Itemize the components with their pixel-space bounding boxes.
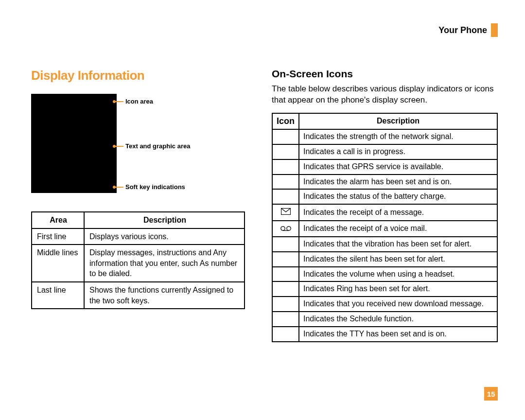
cell-icon bbox=[272, 327, 299, 342]
table-row: Indicates the alarm has been set and is … bbox=[272, 175, 497, 190]
cell-icon bbox=[272, 175, 299, 190]
cell-desc: Indicates the volume when using a headse… bbox=[299, 267, 497, 282]
display-diagram: Icon area Text and graphic area Soft key… bbox=[31, 94, 245, 193]
cell-icon bbox=[272, 237, 299, 252]
table-row: First line Displays various icons. bbox=[32, 228, 245, 245]
cell-icon bbox=[272, 312, 299, 327]
table-row: Indicates the silent has been set for al… bbox=[272, 252, 497, 267]
col-header-desc: Description bbox=[84, 212, 245, 228]
cell-icon bbox=[272, 297, 299, 312]
cell-icon bbox=[272, 189, 299, 204]
cell-icon bbox=[272, 129, 299, 144]
table-row: Indicates that you received new download… bbox=[272, 297, 497, 312]
cell-icon bbox=[272, 159, 299, 175]
cell-desc: Indicates the receipt of a voice mail. bbox=[299, 221, 497, 237]
table-row: Indicates that GPRS service is available… bbox=[272, 159, 497, 175]
cell-desc: Indicates that the vibration has been se… bbox=[299, 237, 497, 252]
col-header-desc: Description bbox=[299, 113, 497, 129]
cell-desc: Indicates the alarm has been set and is … bbox=[299, 175, 497, 190]
cell-desc: Display messages, instructions and Any i… bbox=[84, 245, 245, 282]
onscreen-icons-heading: On-Screen Icons bbox=[272, 68, 498, 80]
diagram-callouts: Icon area Text and graphic area Soft key… bbox=[125, 94, 245, 193]
table-header-row: Area Description bbox=[32, 212, 245, 228]
onscreen-icons-intro: The table below describes various displa… bbox=[272, 84, 498, 106]
display-info-heading: Display Information bbox=[31, 68, 245, 83]
cell-area: Last line bbox=[32, 282, 84, 309]
cell-desc: Indicates the strength of the network si… bbox=[299, 129, 497, 144]
col-header-area: Area bbox=[32, 212, 84, 228]
table-row: Last line Shows the functions currently … bbox=[32, 282, 245, 309]
header-accent-block bbox=[491, 23, 498, 37]
table-row: Indicates the Schedule function. bbox=[272, 312, 497, 327]
area-description-table: Area Description First line Displays var… bbox=[31, 211, 245, 309]
phone-screen-illustration bbox=[31, 94, 117, 193]
cell-desc: Indicates a call is in progress. bbox=[299, 144, 497, 159]
cell-desc: Indicates that GPRS service is available… bbox=[299, 159, 497, 175]
cell-icon bbox=[272, 144, 299, 159]
table-row: Middle lines Display messages, instructi… bbox=[32, 245, 245, 282]
cell-desc: Indicates the Schedule function. bbox=[299, 312, 497, 327]
chapter-header: Your Phone bbox=[438, 23, 498, 37]
callout-text-area: Text and graphic area bbox=[125, 142, 190, 150]
table-row: Indicates the status of the battery char… bbox=[272, 189, 497, 204]
cell-icon bbox=[272, 281, 299, 297]
callout-softkey: Soft key indications bbox=[125, 183, 185, 191]
cell-icon bbox=[272, 267, 299, 282]
table-row: Indicates the volume when using a headse… bbox=[272, 267, 497, 282]
cell-desc: Indicates Ring has been set for alert. bbox=[299, 281, 497, 297]
page-number: 15 bbox=[487, 390, 495, 398]
cell-desc: Shows the functions currently Assigned t… bbox=[84, 282, 245, 309]
table-row: Indicates the TTY has been set and is on… bbox=[272, 327, 497, 342]
table-row: Indicates the strength of the network si… bbox=[272, 129, 497, 144]
table-row: Indicates Ring has been set for alert. bbox=[272, 281, 497, 297]
cell-desc: Indicates the TTY has been set and is on… bbox=[299, 327, 497, 342]
table-row: Indicates a call is in progress. bbox=[272, 144, 497, 159]
chapter-title: Your Phone bbox=[438, 25, 487, 35]
voicemail-icon bbox=[280, 224, 291, 233]
cell-desc: Indicates the silent has been set for al… bbox=[299, 252, 497, 267]
cell-desc: Indicates that you received new download… bbox=[299, 297, 497, 312]
icon-description-table: Icon Description Indicates the strength … bbox=[272, 113, 498, 342]
cell-icon bbox=[272, 221, 299, 237]
cell-icon bbox=[272, 204, 299, 220]
svg-point-2 bbox=[286, 226, 290, 230]
cell-desc: Indicates the status of the battery char… bbox=[299, 189, 497, 204]
page-number-badge: 15 bbox=[484, 387, 498, 401]
table-row: Indicates the receipt of a voice mail. bbox=[272, 221, 497, 237]
table-row: Indicates that the vibration has been se… bbox=[272, 237, 497, 252]
cell-area: First line bbox=[32, 228, 84, 245]
cell-desc: Indicates the receipt of a message. bbox=[299, 204, 497, 220]
callout-icon-area: Icon area bbox=[125, 98, 153, 105]
table-header-row: Icon Description bbox=[272, 113, 497, 129]
table-row: Indicates the receipt of a message. bbox=[272, 204, 497, 220]
col-header-icon: Icon bbox=[272, 113, 299, 129]
right-column: On-Screen Icons The table below describe… bbox=[272, 68, 498, 342]
cell-icon bbox=[272, 252, 299, 267]
envelope-icon bbox=[281, 207, 291, 217]
svg-point-1 bbox=[280, 226, 284, 230]
cell-area: Middle lines bbox=[32, 245, 84, 282]
content-columns: Display Information Icon area Text and g… bbox=[31, 68, 498, 342]
cell-desc: Displays various icons. bbox=[84, 228, 245, 245]
left-column: Display Information Icon area Text and g… bbox=[31, 68, 245, 342]
